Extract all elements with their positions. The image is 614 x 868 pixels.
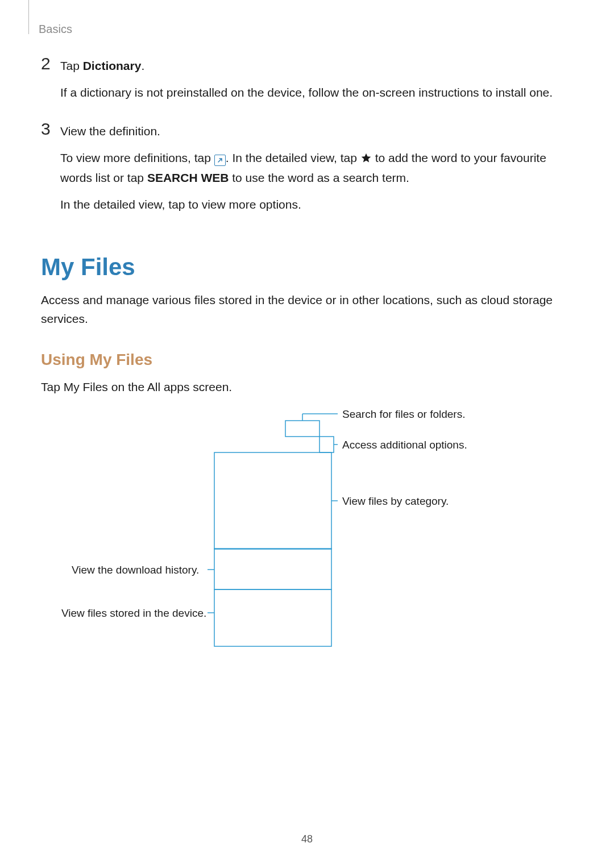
my-files-instruction: Tap My Files on the All apps screen. <box>41 378 564 397</box>
text: Tap <box>60 59 83 72</box>
step-body: Tap Dictionary. If a dictionary is not p… <box>60 57 564 110</box>
text: To view more definitions, tap <box>60 151 214 164</box>
my-files-diagram: Search for files or folders. Access addi… <box>41 408 564 692</box>
svg-rect-7 <box>214 549 331 589</box>
svg-rect-9 <box>214 589 331 646</box>
my-files-label: My Files <box>64 380 108 393</box>
step-number: 3 <box>41 121 60 138</box>
step-3: 3 View the definition. To view more defi… <box>41 122 564 222</box>
step-number: 2 <box>41 55 60 72</box>
text: . In the detailed view, tap <box>226 151 360 164</box>
text: on the All apps screen. <box>108 380 232 393</box>
step-3-line3: In the detailed view, tap to view more o… <box>60 196 564 214</box>
callout-search: Search for files or folders. <box>342 408 465 421</box>
callout-category: View files by category. <box>342 495 449 508</box>
dictionary-label: Dictionary <box>83 59 142 72</box>
callout-stored: View files stored in the device. <box>61 607 206 620</box>
step-3-line1: View the definition. <box>60 122 564 141</box>
search-web-label: SEARCH WEB <box>147 171 229 184</box>
page-content: 2 Tap Dictionary. If a dictionary is not… <box>41 57 564 692</box>
my-files-intro: Access and manage various files stored i… <box>41 291 564 328</box>
my-files-heading: My Files <box>41 254 564 281</box>
callout-lines <box>41 408 564 692</box>
step-2: 2 Tap Dictionary. If a dictionary is not… <box>41 57 564 110</box>
callout-options: Access additional options. <box>342 439 467 451</box>
expand-icon <box>214 155 226 166</box>
step-3-line2: To view more definitions, tap . In the d… <box>60 149 564 188</box>
step-2-line1: Tap Dictionary. <box>60 57 564 76</box>
callout-download: View the download history. <box>72 564 199 576</box>
margin-rule <box>28 0 29 34</box>
star-icon <box>360 151 372 169</box>
step-2-line2: If a dictionary is not preinstalled on t… <box>60 84 564 102</box>
svg-rect-5 <box>214 452 331 549</box>
step-body: View the definition. To view more defini… <box>60 122 564 222</box>
text: . <box>141 59 144 72</box>
svg-rect-0 <box>285 421 320 437</box>
section-header: Basics <box>39 23 72 36</box>
page-number: 48 <box>0 833 614 845</box>
text: to use the word as a search term. <box>229 171 409 184</box>
using-my-files-heading: Using My Files <box>41 351 564 369</box>
text: Tap <box>41 380 64 393</box>
svg-rect-3 <box>320 437 334 452</box>
